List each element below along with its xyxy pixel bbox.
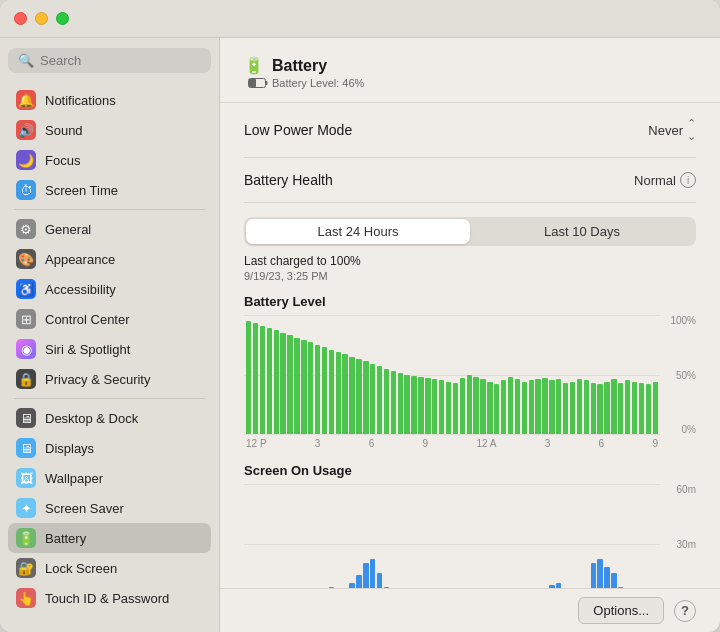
search-box[interactable]: 🔍 <box>8 48 211 73</box>
battery-bar <box>563 383 568 434</box>
icon-appearance: 🎨 <box>16 249 36 269</box>
screen-on-chart: 60m 30m 0m <box>244 484 696 588</box>
battery-bar <box>425 378 430 434</box>
low-power-mode-control[interactable]: Never ⌃⌄ <box>648 117 696 143</box>
screen-on-section: Screen On Usage 60m 30m <box>244 463 696 588</box>
battery-level-chart-title: Battery Level <box>244 294 696 309</box>
battery-bar <box>535 379 540 434</box>
battery-bar <box>494 384 499 434</box>
help-button[interactable]: ? <box>674 600 696 622</box>
sidebar-label-displays: Displays <box>45 441 94 456</box>
battery-bar <box>604 382 609 434</box>
sidebar-item-appearance[interactable]: 🎨 Appearance <box>8 244 211 274</box>
battery-bar <box>487 382 492 434</box>
battery-bar <box>473 377 478 434</box>
battery-bar <box>260 326 265 434</box>
battery-bar <box>653 382 658 434</box>
battery-bar <box>577 379 582 434</box>
icon-battery: 🔋 <box>16 528 36 548</box>
icon-focus: 🌙 <box>16 150 36 170</box>
sidebar-item-battery[interactable]: 🔋 Battery <box>8 523 211 553</box>
screen-bar <box>597 559 602 588</box>
sidebar-label-focus: Focus <box>45 153 80 168</box>
sidebar-label-screen-time: Screen Time <box>45 183 118 198</box>
sidebar-label-touch-id-password: Touch ID & Password <box>45 591 169 606</box>
sidebar-item-desktop-dock[interactable]: 🖥 Desktop & Dock <box>8 403 211 433</box>
sidebar-item-screen-saver[interactable]: ✦ Screen Saver <box>8 493 211 523</box>
window-content: 🔍 🔔 Notifications 🔊 Sound 🌙 Focus ⏱ Scre… <box>0 38 720 632</box>
sidebar-item-privacy-security[interactable]: 🔒 Privacy & Security <box>8 364 211 394</box>
sidebar-label-appearance: Appearance <box>45 252 115 267</box>
sidebar-item-accessibility[interactable]: ♿ Accessibility <box>8 274 211 304</box>
battery-level-chart: 100% 50% 0% <box>244 315 696 435</box>
sidebar-item-displays[interactable]: 🖥 Displays <box>8 433 211 463</box>
battery-bar <box>625 380 630 434</box>
battery-health-value: Normal <box>634 173 676 188</box>
battery-bar <box>315 345 320 434</box>
sidebar-item-notifications[interactable]: 🔔 Notifications <box>8 85 211 115</box>
title-bar <box>0 0 720 38</box>
battery-bar <box>377 366 382 434</box>
battery-bars <box>244 315 660 434</box>
battery-bar <box>287 335 292 434</box>
sidebar-item-siri-spotlight[interactable]: ◉ Siri & Spotlight <box>8 334 211 364</box>
screen-bar <box>329 587 334 588</box>
main-panel: 🔋 Battery Battery Level: 46% <box>220 38 720 632</box>
icon-screen-time: ⏱ <box>16 180 36 200</box>
battery-bar <box>597 384 602 434</box>
battery-bar <box>591 383 596 434</box>
battery-bar <box>267 328 272 434</box>
battery-bar <box>467 375 472 435</box>
battery-bar <box>549 380 554 434</box>
battery-bar <box>515 379 520 434</box>
battery-title-icon: 🔋 <box>244 56 264 75</box>
battery-bar <box>336 352 341 434</box>
info-icon[interactable]: i <box>680 172 696 188</box>
battery-bar <box>398 373 403 434</box>
sidebar-label-siri-spotlight: Siri & Spotlight <box>45 342 130 357</box>
sidebar-item-control-center[interactable]: ⊞ Control Center <box>8 304 211 334</box>
sidebar-item-sound[interactable]: 🔊 Sound <box>8 115 211 145</box>
sidebar-item-general[interactable]: ⚙ General <box>8 214 211 244</box>
battery-bar <box>522 382 527 434</box>
screen-bar <box>604 567 609 588</box>
sidebar: 🔍 🔔 Notifications 🔊 Sound 🌙 Focus ⏱ Scre… <box>0 38 220 632</box>
sidebar-item-lock-screen[interactable]: 🔐 Lock Screen <box>8 553 211 583</box>
sidebar-item-screen-time[interactable]: ⏱ Screen Time <box>8 175 211 205</box>
maximize-button[interactable] <box>56 12 69 25</box>
battery-bar <box>480 379 485 434</box>
screen-on-chart-title: Screen On Usage <box>244 463 696 478</box>
sidebar-label-wallpaper: Wallpaper <box>45 471 103 486</box>
screen-on-bars <box>244 484 660 588</box>
battery-bar <box>542 378 547 434</box>
tab-last-24-hours[interactable]: Last 24 Hours <box>246 219 470 244</box>
battery-bar <box>632 382 637 434</box>
battery-health-row: Battery Health Normal i <box>244 158 696 203</box>
battery-bar <box>618 383 623 434</box>
close-button[interactable] <box>14 12 27 25</box>
settings-window: 🔍 🔔 Notifications 🔊 Sound 🌙 Focus ⏱ Scre… <box>0 0 720 632</box>
battery-bar <box>356 359 361 434</box>
screen-bar <box>611 573 616 588</box>
battery-bar <box>584 380 589 434</box>
minimize-button[interactable] <box>35 12 48 25</box>
sidebar-item-touch-id-password[interactable]: 👆 Touch ID & Password <box>8 583 211 613</box>
battery-health-label: Battery Health <box>244 172 333 188</box>
low-power-mode-row: Low Power Mode Never ⌃⌄ <box>244 103 696 158</box>
search-icon: 🔍 <box>18 53 34 68</box>
battery-bar <box>639 383 644 434</box>
options-button[interactable]: Options... <box>578 597 664 624</box>
screen-bar <box>349 583 354 588</box>
sidebar-label-control-center: Control Center <box>45 312 130 327</box>
low-power-mode-value: Never <box>648 123 683 138</box>
tab-last-10-days[interactable]: Last 10 Days <box>470 219 694 244</box>
screen-chart-area <box>244 484 660 588</box>
icon-displays: 🖥 <box>16 438 36 458</box>
search-input[interactable] <box>40 53 201 68</box>
battery-bar <box>294 338 299 434</box>
screen-bar <box>363 563 368 588</box>
svg-rect-2 <box>249 79 256 87</box>
sidebar-item-wallpaper[interactable]: 🖼 Wallpaper <box>8 463 211 493</box>
battery-bar <box>460 378 465 434</box>
sidebar-item-focus[interactable]: 🌙 Focus <box>8 145 211 175</box>
